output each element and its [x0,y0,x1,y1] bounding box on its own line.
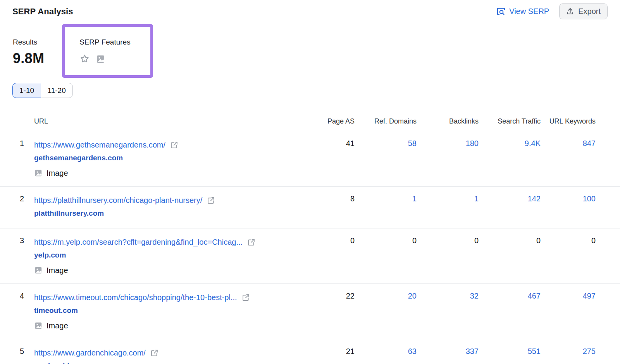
serp-features-stat: SERP Features [79,38,131,64]
backlinks-value: 0 [417,235,479,275]
search-traffic-value[interactable]: 9.4K [479,138,541,178]
result-url-link[interactable]: https://www.timeout.com/chicago/shopping… [34,293,237,302]
serp-feature-label: Image [46,169,68,178]
row-rank: 4 [12,291,24,331]
ref-domains-value[interactable]: 1 [355,194,417,220]
url-keywords-value[interactable]: 275 [541,346,608,364]
view-serp-label: View SERP [509,7,549,16]
url-cell: https://www.gethsemanegardens.com/ geths… [24,138,293,178]
table-row: 3 https://m.yelp.com/search?cflt=gardeni… [0,228,620,284]
url-cell: https://www.timeout.com/chicago/shopping… [24,291,293,331]
image-icon [34,266,43,275]
column-header-ref-domains: Ref. Domains [355,117,417,125]
table-body: 1 https://www.gethsemanegardens.com/ get… [0,131,620,364]
header-bar: SERP Analysis View SERP Export [0,0,620,23]
results-value: 9.8M [13,50,44,67]
column-header-page-as: Page AS [293,117,355,125]
url-keywords-value[interactable]: 497 [541,291,608,331]
backlinks-value[interactable]: 1 [417,194,479,220]
result-domain-link[interactable]: gethsemanegardens.com [34,154,123,162]
ref-domains-value[interactable]: 20 [355,291,417,331]
result-url-link[interactable]: https://www.gardenchicago.com/ [34,349,146,357]
column-header-url: URL [24,117,293,125]
page-as-value: 0 [293,235,355,275]
ref-domains-value[interactable]: 63 [355,346,417,364]
backlinks-value[interactable]: 32 [417,291,479,331]
external-link-icon[interactable] [242,294,250,302]
results-stat: Results 9.8M [13,38,44,67]
result-url-link[interactable]: https://www.gethsemanegardens.com/ [34,141,165,149]
result-domain-link[interactable]: gardenchicago.com [34,362,104,364]
serp-feature-label: Image [46,266,68,275]
page-as-value: 41 [293,138,355,178]
page-as-value: 8 [293,194,355,220]
export-label: Export [578,7,601,16]
view-serp-icon [496,7,506,16]
serp-feature-badge: Image [34,168,293,178]
url-cell: https://platthillnursery.com/chicago-pla… [24,194,293,220]
export-button[interactable]: Export [559,3,608,19]
serp-results-table: URL Page AS Ref. Domains Backlinks Searc… [0,112,620,364]
url-keywords-value[interactable]: 100 [541,194,608,220]
image-icon [96,54,105,64]
external-link-icon[interactable] [247,238,255,246]
table-header: URL Page AS Ref. Domains Backlinks Searc… [0,112,620,131]
url-keywords-value: 0 [541,235,608,275]
search-traffic-value[interactable]: 142 [479,194,541,220]
search-traffic-value: 0 [479,235,541,275]
serp-features-label: SERP Features [79,38,131,46]
ref-domains-value[interactable]: 58 [355,138,417,178]
page-title: SERP Analysis [12,7,73,17]
serp-feature-badge: Image [34,265,293,275]
row-rank: 5 [12,346,24,364]
result-url-link[interactable]: https://m.yelp.com/search?cflt=gardening… [34,238,243,247]
row-rank: 1 [12,138,24,178]
view-serp-link[interactable]: View SERP [496,7,549,16]
column-header-search-traffic: Search Traffic [479,117,541,125]
url-cell: https://www.gardenchicago.com/ gardenchi… [24,346,293,364]
page-as-value: 22 [293,291,355,331]
external-link-icon[interactable] [207,196,215,204]
search-traffic-value[interactable]: 551 [479,346,541,364]
table-row: 5 https://www.gardenchicago.com/ gardenc… [0,339,620,364]
serp-feature-label: Image [46,321,68,330]
column-header-url-keywords: URL Keywords [541,117,608,125]
tab-11-20[interactable]: 11-20 [41,83,73,98]
image-icon [34,169,43,177]
result-url-link[interactable]: https://platthillnursery.com/chicago-pla… [34,196,202,205]
result-domain-link[interactable]: platthillnursery.com [34,209,104,218]
star-icon [79,54,90,64]
result-domain-link[interactable]: yelp.com [34,251,66,259]
pagination-tabs: 1-10 11-20 [12,83,73,98]
tab-1-10[interactable]: 1-10 [12,83,41,98]
ref-domains-value: 0 [355,235,417,275]
url-keywords-value[interactable]: 847 [541,138,608,178]
table-row: 1 https://www.gethsemanegardens.com/ get… [0,131,620,187]
search-traffic-value[interactable]: 467 [479,291,541,331]
column-header-backlinks: Backlinks [417,117,479,125]
url-cell: https://m.yelp.com/search?cflt=gardening… [24,235,293,275]
external-link-icon[interactable] [170,141,178,149]
row-rank: 3 [12,235,24,275]
table-row: 2 https://platthillnursery.com/chicago-p… [0,187,620,228]
row-rank: 2 [12,194,24,220]
results-label: Results [13,38,44,46]
header-actions: View SERP Export [496,3,608,19]
result-domain-link[interactable]: timeout.com [34,306,78,315]
stats-section: Results 9.8M SERP Features [0,23,620,81]
image-icon [34,321,43,330]
serp-features-icons [79,54,131,64]
backlinks-value[interactable]: 180 [417,138,479,178]
page-as-value: 21 [293,346,355,364]
export-icon [566,7,574,15]
backlinks-value[interactable]: 337 [417,346,479,364]
table-row: 4 https://www.timeout.com/chicago/shoppi… [0,284,620,339]
external-link-icon[interactable] [150,349,158,357]
rank-column-spacer [12,117,24,125]
serp-feature-badge: Image [34,321,293,331]
